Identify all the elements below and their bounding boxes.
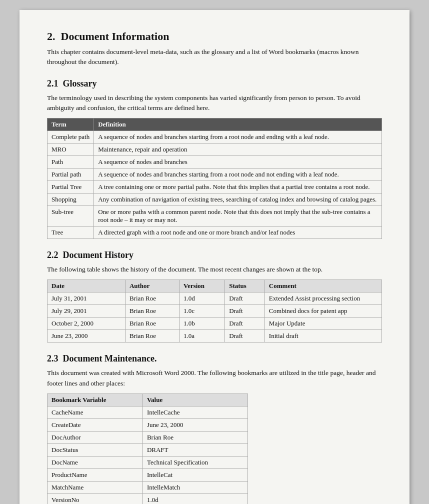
glossary-row: TreeA directed graph with a root node an… xyxy=(48,226,382,239)
bookmark-col-value: Value xyxy=(142,394,248,406)
history-row: October 2, 2000Brian Roe1.0bDraftMajor U… xyxy=(48,318,382,330)
bookmark-variable: DocName xyxy=(48,456,143,468)
history-cell: Major Update xyxy=(264,318,382,330)
subsection-2-2-heading: Document History xyxy=(63,250,134,260)
history-row: June 23, 2000Brian Roe1.0aDraftInitial d… xyxy=(48,330,382,342)
glossary-row: PathA sequence of nodes and branches xyxy=(48,156,382,168)
glossary-term: Partial path xyxy=(48,168,94,181)
glossary-definition: A sequence of nodes and branches startin… xyxy=(94,168,382,181)
bookmark-value: IntelleCat xyxy=(142,468,248,481)
bookmark-row: DocAuthorBrian Roe xyxy=(48,431,248,444)
history-row: July 29, 2001Brian Roe1.0cDraftCombined … xyxy=(48,305,382,318)
history-intro: The following table shows the history of… xyxy=(47,264,382,274)
history-cell: Draft xyxy=(225,330,265,342)
bookmark-variable: CreateDate xyxy=(48,418,143,431)
glossary-term: Sub-tree xyxy=(48,206,94,226)
bookmark-variable: MatchName xyxy=(48,481,143,494)
bookmark-row: CacheNameIntelleCache xyxy=(48,406,248,418)
bookmark-value: IntelleCache xyxy=(142,406,248,418)
history-cell: Extended Assist processing section xyxy=(264,292,382,305)
history-cell: Draft xyxy=(225,318,265,330)
glossary-definition: A directed graph with a root node and on… xyxy=(94,226,382,239)
glossary-definition: A sequence of nodes and branches startin… xyxy=(94,131,382,144)
glossary-term: Path xyxy=(48,156,94,168)
bookmark-variable: DocAuthor xyxy=(48,431,143,444)
history-col-comment: Comment xyxy=(264,280,382,292)
section-intro: This chapter contains document-level met… xyxy=(47,47,382,68)
section-heading: Document Information xyxy=(61,30,170,42)
glossary-term: Shopping xyxy=(48,194,94,206)
history-cell: July 29, 2001 xyxy=(48,305,126,318)
bookmark-value: June 23, 2000 xyxy=(142,418,248,431)
bookmark-table: Bookmark VariableValue CacheNameIntelleC… xyxy=(47,394,248,504)
subsection-2-3-heading: Document Maintenance. xyxy=(63,354,157,364)
subsection-2-2-number: 2.2 xyxy=(47,250,58,260)
glossary-row: Partial TreeA tree containing one or mor… xyxy=(48,181,382,194)
subsection-2-1-title: 2.1 Glossary xyxy=(47,78,382,89)
bookmark-col-bookmark-variable: Bookmark Variable xyxy=(48,394,143,406)
history-cell: 1.0b xyxy=(179,318,224,330)
subsection-2-1-number: 2.1 xyxy=(47,78,58,88)
history-cell: Brian Roe xyxy=(125,292,179,305)
history-cell: July 31, 2001 xyxy=(48,292,126,305)
bookmark-row: MatchNameIntelleMatch xyxy=(48,481,248,494)
bookmark-value: IntelleMatch xyxy=(142,481,248,494)
bookmark-row: DocStatusDRAFT xyxy=(48,444,248,456)
history-cell: June 23, 2000 xyxy=(48,330,126,342)
history-cell: Brian Roe xyxy=(125,318,179,330)
glossary-row: Complete pathA sequence of nodes and bra… xyxy=(48,131,382,144)
section-number: 2. xyxy=(47,30,56,42)
glossary-definition: A sequence of nodes and branches xyxy=(94,156,382,168)
bookmark-row: DocNameTechnical Specification xyxy=(48,456,248,468)
glossary-term: Complete path xyxy=(48,131,94,144)
bookmark-variable: ProductName xyxy=(48,468,143,481)
glossary-col-definition: Definition xyxy=(94,118,382,131)
history-cell: Brian Roe xyxy=(125,305,179,318)
bookmark-variable: CacheName xyxy=(48,406,143,418)
history-col-status: Status xyxy=(225,280,265,292)
glossary-term: Tree xyxy=(48,226,94,239)
glossary-definition: Maintenance, repair and operation xyxy=(94,144,382,156)
bookmark-value: Brian Roe xyxy=(142,431,248,444)
bookmark-row: VersionNo1.0d xyxy=(48,494,248,504)
glossary-term: Partial Tree xyxy=(48,181,94,194)
history-cell: Draft xyxy=(225,292,265,305)
page: 2. Document Information This chapter con… xyxy=(20,10,410,504)
history-cell: 1.0d xyxy=(179,292,224,305)
subsection-2-3-number: 2.3 xyxy=(47,354,58,364)
bookmark-row: CreateDateJune 23, 2000 xyxy=(48,418,248,431)
glossary-table: Term Definition Complete pathA sequence … xyxy=(47,118,382,239)
glossary-definition: A tree containing one or more partial pa… xyxy=(94,181,382,194)
history-cell: Combined docs for patent app xyxy=(264,305,382,318)
glossary-row: Partial pathA sequence of nodes and bran… xyxy=(48,168,382,181)
history-cell: Initial draft xyxy=(264,330,382,342)
history-col-version: Version xyxy=(179,280,224,292)
section-title: 2. Document Information xyxy=(47,30,382,43)
history-col-author: Author xyxy=(125,280,179,292)
subsection-2-1-heading: Glossary xyxy=(63,78,97,88)
glossary-row: Sub-treeOne or more paths with a common … xyxy=(48,206,382,226)
glossary-intro: The terminology used in describing the s… xyxy=(47,93,382,114)
history-col-date: Date xyxy=(48,280,126,292)
bookmark-row: ProductNameIntelleCat xyxy=(48,468,248,481)
glossary-definition: One or more paths with a common parent n… xyxy=(94,206,382,226)
bookmark-value: Technical Specification xyxy=(142,456,248,468)
bookmark-value: 1.0d xyxy=(142,494,248,504)
glossary-row: MROMaintenance, repair and operation xyxy=(48,144,382,156)
history-row: July 31, 2001Brian Roe1.0dDraftExtended … xyxy=(48,292,382,305)
glossary-definition: Any combination of navigation of existin… xyxy=(94,194,382,206)
history-cell: Draft xyxy=(225,305,265,318)
bookmark-variable: DocStatus xyxy=(48,444,143,456)
bookmark-value: DRAFT xyxy=(142,444,248,456)
subsection-2-2-title: 2.2 Document History xyxy=(47,250,382,260)
glossary-term: MRO xyxy=(48,144,94,156)
maintenance-intro: This document was created with Microsoft… xyxy=(47,368,382,388)
history-cell: 1.0c xyxy=(179,305,224,318)
subsection-2-3-title: 2.3 Document Maintenance. xyxy=(47,354,382,364)
bookmark-variable: VersionNo xyxy=(48,494,143,504)
history-cell: Brian Roe xyxy=(125,330,179,342)
history-cell: 1.0a xyxy=(179,330,224,342)
history-cell: October 2, 2000 xyxy=(48,318,126,330)
glossary-col-term: Term xyxy=(48,118,94,131)
glossary-row: ShoppingAny combination of navigation of… xyxy=(48,194,382,206)
